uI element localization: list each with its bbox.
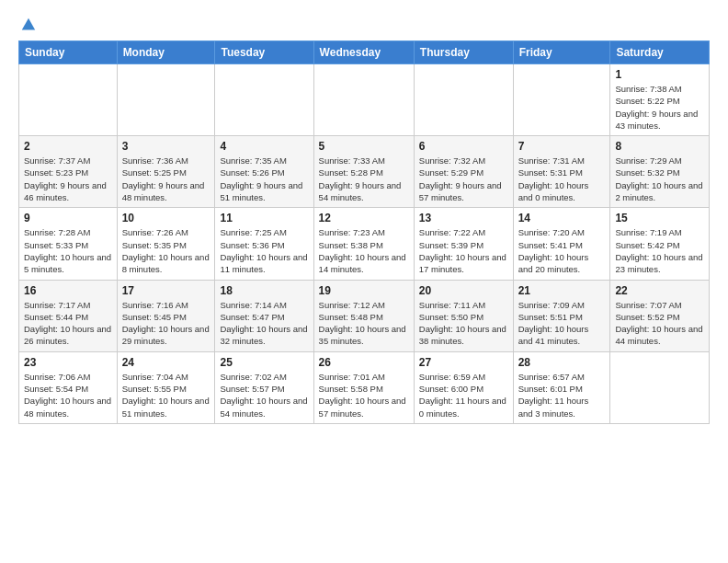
calendar-cell <box>610 351 710 423</box>
day-info: Sunrise: 7:01 AMSunset: 5:58 PMDaylight:… <box>319 371 409 419</box>
weekday-header-tuesday: Tuesday <box>215 41 313 64</box>
calendar-cell: 20Sunrise: 7:11 AMSunset: 5:50 PMDayligh… <box>414 280 513 351</box>
calendar-cell <box>313 64 414 136</box>
calendar-cell: 10Sunrise: 7:26 AMSunset: 5:35 PMDayligh… <box>117 208 215 280</box>
day-info: Sunrise: 7:22 AMSunset: 5:39 PMDaylight:… <box>419 226 508 275</box>
day-number: 17 <box>122 284 210 297</box>
day-number: 9 <box>24 212 112 224</box>
day-info: Sunrise: 7:29 AMSunset: 5:32 PMDaylight:… <box>615 155 704 203</box>
calendar-cell: 1Sunrise: 7:38 AMSunset: 5:22 PMDaylight… <box>610 64 710 136</box>
calendar-cell <box>117 64 215 136</box>
calendar-cell: 14Sunrise: 7:20 AMSunset: 5:41 PMDayligh… <box>513 208 610 280</box>
day-info: Sunrise: 7:02 AMSunset: 5:57 PMDaylight:… <box>220 371 308 419</box>
calendar-row-3: 9Sunrise: 7:28 AMSunset: 5:33 PMDaylight… <box>19 208 710 280</box>
calendar-cell: 25Sunrise: 7:02 AMSunset: 5:57 PMDayligh… <box>215 351 313 423</box>
day-info: Sunrise: 7:11 AMSunset: 5:50 PMDaylight:… <box>419 299 508 348</box>
day-number: 5 <box>319 140 409 153</box>
day-info: Sunrise: 7:20 AMSunset: 5:41 PMDaylight:… <box>518 226 606 275</box>
day-number: 24 <box>122 356 210 369</box>
calendar-cell: 19Sunrise: 7:12 AMSunset: 5:48 PMDayligh… <box>313 280 414 351</box>
day-number: 14 <box>518 212 606 224</box>
day-info: Sunrise: 7:28 AMSunset: 5:33 PMDaylight:… <box>24 226 112 275</box>
day-number: 18 <box>220 284 308 297</box>
svg-marker-0 <box>22 18 35 30</box>
day-info: Sunrise: 7:37 AMSunset: 5:23 PMDaylight:… <box>24 155 112 203</box>
calendar-cell: 13Sunrise: 7:22 AMSunset: 5:39 PMDayligh… <box>414 208 513 280</box>
calendar-cell: 5Sunrise: 7:33 AMSunset: 5:28 PMDaylight… <box>313 136 414 208</box>
day-info: Sunrise: 7:17 AMSunset: 5:44 PMDaylight:… <box>24 299 112 348</box>
day-number: 15 <box>615 212 704 224</box>
day-number: 1 <box>615 68 704 81</box>
day-number: 12 <box>319 212 409 224</box>
calendar: SundayMondayTuesdayWednesdayThursdayFrid… <box>18 40 710 424</box>
calendar-cell: 21Sunrise: 7:09 AMSunset: 5:51 PMDayligh… <box>513 280 610 351</box>
calendar-row-2: 2Sunrise: 7:37 AMSunset: 5:23 PMDaylight… <box>19 136 710 208</box>
day-info: Sunrise: 7:16 AMSunset: 5:45 PMDaylight:… <box>122 299 210 348</box>
calendar-cell: 8Sunrise: 7:29 AMSunset: 5:32 PMDaylight… <box>610 136 710 208</box>
page: SundayMondayTuesdayWednesdayThursdayFrid… <box>0 0 728 439</box>
day-info: Sunrise: 7:38 AMSunset: 5:22 PMDaylight:… <box>615 83 704 132</box>
day-number: 2 <box>24 140 112 153</box>
day-info: Sunrise: 7:09 AMSunset: 5:51 PMDaylight:… <box>518 299 606 348</box>
day-number: 27 <box>419 356 508 369</box>
calendar-cell: 15Sunrise: 7:19 AMSunset: 5:42 PMDayligh… <box>610 208 710 280</box>
day-info: Sunrise: 7:04 AMSunset: 5:55 PMDaylight:… <box>122 371 210 419</box>
calendar-cell: 2Sunrise: 7:37 AMSunset: 5:23 PMDaylight… <box>19 136 118 208</box>
weekday-header-monday: Monday <box>117 41 215 64</box>
day-number: 23 <box>24 356 112 369</box>
calendar-cell: 6Sunrise: 7:32 AMSunset: 5:29 PMDaylight… <box>414 136 513 208</box>
calendar-cell: 9Sunrise: 7:28 AMSunset: 5:33 PMDaylight… <box>19 208 118 280</box>
day-info: Sunrise: 7:12 AMSunset: 5:48 PMDaylight:… <box>319 299 409 348</box>
day-number: 20 <box>419 284 508 297</box>
day-number: 26 <box>319 356 409 369</box>
header-area <box>18 15 710 31</box>
calendar-cell: 18Sunrise: 7:14 AMSunset: 5:47 PMDayligh… <box>215 280 313 351</box>
calendar-cell <box>414 64 513 136</box>
day-number: 21 <box>518 284 606 297</box>
calendar-row-4: 16Sunrise: 7:17 AMSunset: 5:44 PMDayligh… <box>19 280 710 351</box>
weekday-header-friday: Friday <box>513 41 610 64</box>
calendar-cell: 7Sunrise: 7:31 AMSunset: 5:31 PMDaylight… <box>513 136 610 208</box>
weekday-header-saturday: Saturday <box>610 41 710 64</box>
day-info: Sunrise: 6:59 AMSunset: 6:00 PMDaylight:… <box>419 371 508 419</box>
calendar-cell: 12Sunrise: 7:23 AMSunset: 5:38 PMDayligh… <box>313 208 414 280</box>
logo-text <box>18 18 37 31</box>
day-number: 10 <box>122 212 210 224</box>
logo-icon <box>20 17 37 33</box>
day-number: 11 <box>220 212 308 224</box>
day-number: 7 <box>518 140 606 153</box>
day-number: 8 <box>615 140 704 153</box>
calendar-cell: 11Sunrise: 7:25 AMSunset: 5:36 PMDayligh… <box>215 208 313 280</box>
weekday-header-row: SundayMondayTuesdayWednesdayThursdayFrid… <box>19 41 710 64</box>
calendar-cell: 27Sunrise: 6:59 AMSunset: 6:00 PMDayligh… <box>414 351 513 423</box>
calendar-row-1: 1Sunrise: 7:38 AMSunset: 5:22 PMDaylight… <box>19 64 710 136</box>
calendar-cell: 16Sunrise: 7:17 AMSunset: 5:44 PMDayligh… <box>19 280 118 351</box>
calendar-cell: 3Sunrise: 7:36 AMSunset: 5:25 PMDaylight… <box>117 136 215 208</box>
calendar-cell: 17Sunrise: 7:16 AMSunset: 5:45 PMDayligh… <box>117 280 215 351</box>
calendar-cell: 24Sunrise: 7:04 AMSunset: 5:55 PMDayligh… <box>117 351 215 423</box>
day-number: 22 <box>615 284 704 297</box>
day-number: 3 <box>122 140 210 153</box>
weekday-header-sunday: Sunday <box>19 41 118 64</box>
day-info: Sunrise: 7:36 AMSunset: 5:25 PMDaylight:… <box>122 155 210 203</box>
calendar-cell: 28Sunrise: 6:57 AMSunset: 6:01 PMDayligh… <box>513 351 610 423</box>
calendar-cell: 22Sunrise: 7:07 AMSunset: 5:52 PMDayligh… <box>610 280 710 351</box>
day-info: Sunrise: 7:26 AMSunset: 5:35 PMDaylight:… <box>122 226 210 275</box>
day-number: 16 <box>24 284 112 297</box>
calendar-cell: 23Sunrise: 7:06 AMSunset: 5:54 PMDayligh… <box>19 351 118 423</box>
calendar-cell <box>19 64 118 136</box>
day-info: Sunrise: 7:19 AMSunset: 5:42 PMDaylight:… <box>615 226 704 275</box>
day-info: Sunrise: 7:14 AMSunset: 5:47 PMDaylight:… <box>220 299 308 348</box>
calendar-row-5: 23Sunrise: 7:06 AMSunset: 5:54 PMDayligh… <box>19 351 710 423</box>
day-info: Sunrise: 7:31 AMSunset: 5:31 PMDaylight:… <box>518 155 606 203</box>
day-number: 6 <box>419 140 508 153</box>
day-info: Sunrise: 7:35 AMSunset: 5:26 PMDaylight:… <box>220 155 308 203</box>
day-info: Sunrise: 7:07 AMSunset: 5:52 PMDaylight:… <box>615 299 704 348</box>
day-info: Sunrise: 7:23 AMSunset: 5:38 PMDaylight:… <box>319 226 409 275</box>
weekday-header-wednesday: Wednesday <box>313 41 414 64</box>
calendar-cell <box>215 64 313 136</box>
day-number: 19 <box>319 284 409 297</box>
weekday-header-thursday: Thursday <box>414 41 513 64</box>
calendar-cell <box>513 64 610 136</box>
day-info: Sunrise: 7:25 AMSunset: 5:36 PMDaylight:… <box>220 226 308 275</box>
